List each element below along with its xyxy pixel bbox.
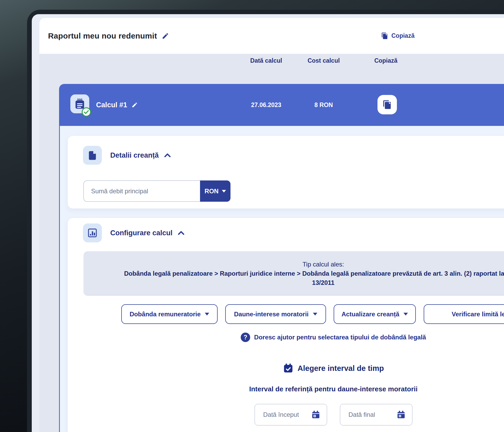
edit-calc-name-icon[interactable] bbox=[132, 102, 138, 108]
calc-type-label: Tip calcul ales: bbox=[303, 261, 344, 268]
chevron-down-icon bbox=[313, 313, 317, 316]
calc-date-value: 27.06.2023 bbox=[251, 84, 281, 126]
interval-heading-label: Alegere interval de timp bbox=[298, 364, 384, 373]
interest-type-help-link[interactable]: ? Doresc ajutor pentru selectarea tipulu… bbox=[68, 332, 504, 342]
chevron-up-icon bbox=[164, 153, 171, 157]
column-header-copy: Copiază bbox=[374, 57, 397, 64]
currency-select[interactable]: RON bbox=[200, 180, 230, 202]
document-icon bbox=[83, 146, 102, 165]
desktop-background: Raportul meu nou redenumit Copiază D bbox=[0, 0, 504, 432]
interest-type-actualizare-dropdown[interactable]: Actualizare creanță bbox=[334, 304, 416, 324]
calc-cost-value: 8 RON bbox=[314, 84, 333, 126]
calc-valid-check-icon bbox=[81, 107, 91, 117]
copy-report-button[interactable]: Copiază bbox=[381, 18, 414, 54]
device-frame: Raportul meu nou redenumit Copiază D bbox=[27, 10, 504, 432]
report-body: Dată calcul Cost calcul Copiază bbox=[39, 54, 504, 432]
calc-name: Calcul #1 bbox=[96, 101, 127, 109]
currency-value: RON bbox=[204, 188, 218, 195]
edit-report-name-icon[interactable] bbox=[162, 32, 169, 40]
config-card-title: Configurare calcul bbox=[110, 229, 172, 237]
date-range-row bbox=[68, 404, 504, 425]
details-card: Detalii creanță RON bbox=[68, 136, 504, 209]
interest-type-verificare-dropdown[interactable]: Verificare limită legală d bbox=[424, 304, 504, 324]
calc-type-path-continuation: 13/2011 bbox=[312, 279, 334, 286]
column-header-date: Dată calcul bbox=[250, 57, 282, 64]
principal-amount-input[interactable] bbox=[83, 180, 200, 202]
details-card-title: Detalii creanță bbox=[110, 151, 159, 159]
interest-type-remuneratorie-dropdown[interactable]: Dobânda remuneratorie bbox=[121, 304, 218, 324]
calc-type-path: Dobânda legală penalizatoare > Raporturi… bbox=[124, 270, 504, 277]
calc-expanded-panel: Detalii creanță RON bbox=[59, 126, 504, 432]
selected-calc-type-box: Tip calcul ales: Dobânda legală penaliza… bbox=[83, 251, 504, 296]
config-collapse-button[interactable] bbox=[177, 230, 185, 236]
copy-report-label: Copiază bbox=[391, 32, 414, 39]
chevron-down-icon bbox=[403, 313, 408, 316]
end-date-field[interactable] bbox=[340, 404, 412, 425]
page-title: Raportul meu nou redenumit bbox=[48, 31, 157, 40]
column-header-cost: Cost calcul bbox=[308, 57, 340, 64]
interval-heading: Alegere interval de timp bbox=[68, 363, 504, 374]
calc-row[interactable]: Calcul #1 27.06.2023 8 RON bbox=[59, 84, 504, 126]
app-screen: Raportul meu nou redenumit Copiază D bbox=[32, 14, 504, 432]
interest-type-moratorii-dropdown[interactable]: Daune-interese moratorii bbox=[225, 304, 326, 324]
chevron-down-icon bbox=[222, 190, 226, 193]
calendar-check-icon bbox=[283, 363, 293, 374]
copy-calc-button[interactable] bbox=[377, 95, 397, 114]
report-header: Raportul meu nou redenumit Copiază bbox=[39, 18, 504, 54]
end-date-input[interactable] bbox=[340, 404, 412, 425]
copy-icon bbox=[382, 100, 392, 109]
chevron-down-icon bbox=[205, 313, 209, 316]
chevron-up-icon bbox=[178, 231, 185, 235]
chart-icon bbox=[83, 223, 102, 242]
details-collapse-button[interactable] bbox=[164, 153, 171, 158]
help-link-label: Doresc ajutor pentru selectarea tipului … bbox=[254, 334, 426, 341]
start-date-field[interactable] bbox=[255, 404, 327, 425]
copy-icon bbox=[381, 32, 388, 39]
interval-subheading: Interval de referință pentru daune-inter… bbox=[68, 385, 504, 393]
config-card: Configurare calcul Tip calcul ales: Dobâ… bbox=[68, 218, 504, 432]
start-date-input[interactable] bbox=[255, 404, 327, 425]
question-icon: ? bbox=[241, 333, 250, 342]
